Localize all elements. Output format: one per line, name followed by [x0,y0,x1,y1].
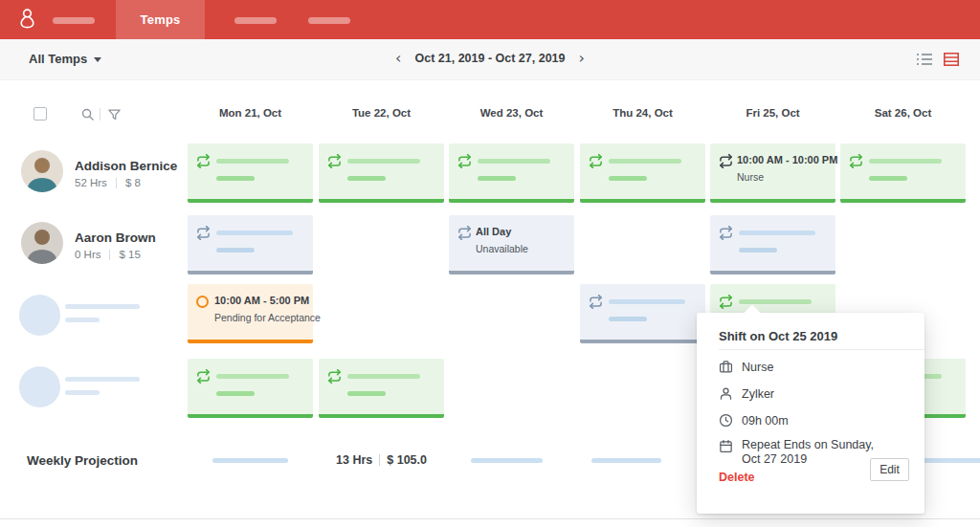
nav-item-placeholder[interactable] [308,17,350,24]
pending-shift-cell[interactable]: 10:00 AM - 5:00 PM Pending for Acceptanc… [188,284,313,343]
skeleton-line [65,318,100,322]
employee-name: Addison Bernice [75,159,177,173]
skeleton-line [739,299,812,304]
skeleton-line [347,374,420,379]
skeleton-line [65,304,140,309]
unavailable-cell[interactable] [580,284,705,343]
filter-icon[interactable] [107,107,122,121]
repeat-icon [327,154,342,168]
weekly-projection-label: Weekly Projection [27,453,138,468]
day-header-sat: Sat 26, Oct [837,107,969,119]
shift-cell[interactable] [188,143,313,203]
scheduler-app: Temps All Temps ‹ Oct 21, 2019 - Oct 27,… [0,0,980,527]
popup-duration: 09h 00m [742,414,789,428]
unavailable-cell[interactable] [188,215,313,274]
shift-time: 10:00 AM - 10:00 PM [737,154,837,165]
employee-hours: 52 Hrs [75,177,107,188]
shift-label: Nurse [737,171,764,183]
skeleton-line [216,176,255,181]
skeleton-line [739,231,815,235]
repeat-icon [589,295,603,309]
calendar-icon [719,439,733,453]
select-all-checkbox[interactable] [33,107,47,121]
date-range-label: Oct 21, 2019 - Oct 27, 2019 [414,52,565,65]
skeleton-line [216,248,255,253]
skeleton-line [216,374,289,379]
search-icon[interactable] [80,107,95,121]
edit-button[interactable]: Edit [870,458,909,481]
pending-icon [196,296,209,308]
tab-temps[interactable]: Temps [116,0,205,39]
skeleton-line [739,248,777,253]
shift-details-popup: Shift on Oct 25 2019 Nurse Zylker 09h 00… [697,313,924,514]
skeleton-line [65,390,100,395]
shift-cell[interactable] [840,143,966,203]
shift-cell[interactable] [319,359,444,418]
popup-role: Nurse [742,361,773,374]
skeleton-line [478,176,516,181]
divider [0,518,980,519]
prev-week-button[interactable]: ‹ [395,51,401,66]
avatar-placeholder [19,366,60,407]
skeleton-line [347,176,386,181]
user-icon [719,386,733,401]
day-header-fri: Fri 25, Oct [707,107,838,119]
day-header-mon: Mon 21, Oct [185,107,316,119]
people-logo-icon[interactable] [14,7,40,33]
skeleton-line [609,317,647,321]
divider [719,349,924,350]
projection-value-tue: 13 Hrs $ 105.0 [316,453,447,467]
projection-amount: $ 105.0 [387,453,427,467]
nav-item-placeholder[interactable] [234,17,277,24]
unavailable-cell[interactable] [710,215,835,274]
skeleton-line [609,159,681,164]
employee-rate: $ 15 [119,249,140,260]
skeleton-line [609,299,685,304]
shift-time: All Day [476,226,511,237]
unavailable-cell-all-day[interactable]: All Day Unavailable [449,215,574,274]
popup-title: Shift on Oct 25 2019 [719,329,837,343]
briefcase-icon [719,360,733,374]
day-header-wed: Wed 23, Oct [446,107,577,119]
avatar [21,222,63,264]
repeat-icon [457,226,472,240]
skeleton-line [609,176,647,181]
divider [109,250,110,260]
skeleton-line [869,176,907,181]
grid-view-icon[interactable] [944,53,959,66]
list-view-icon[interactable] [917,53,932,66]
popup-repeat-line2: Oct 27 2019 [742,452,807,466]
repeat-icon [457,154,472,168]
shift-time: 10:00 AM - 5:00 PM [214,295,309,306]
delete-button[interactable]: Delete [719,471,755,484]
repeat-icon [327,369,342,384]
repeat-icon [719,154,733,168]
employee-meta: 52 Hrs $ 8 [75,177,141,188]
date-navigator: ‹ Oct 21, 2019 - Oct 27, 2019 › [0,51,980,66]
skeleton-line [869,159,942,164]
repeat-icon [849,154,863,168]
popup-client: Zylker [742,387,774,401]
repeat-icon [589,154,603,168]
skeleton-line [216,159,289,164]
top-nav-bar: Temps [0,0,980,39]
skeleton-line [347,159,420,164]
shift-cell[interactable] [188,359,313,418]
day-header-tue: Tue 22, Oct [316,107,447,119]
shift-cell[interactable] [319,143,444,203]
projection-bar [591,458,661,463]
avatar-placeholder [19,295,60,336]
divider [116,178,117,188]
skeleton-line [347,391,386,396]
repeat-icon [196,154,211,168]
nav-item-placeholder[interactable] [53,17,95,24]
shift-label: Unavailable [476,243,528,254]
shift-cell[interactable] [580,143,705,203]
skeleton-line [216,231,293,235]
employee-hours: 0 Hrs [75,249,100,260]
avatar [21,150,63,192]
skeleton-line [216,391,255,396]
shift-cell-nurse[interactable]: 10:00 AM - 10:00 PM Nurse [710,143,835,203]
next-week-button[interactable]: › [579,51,585,66]
shift-cell[interactable] [449,143,574,203]
